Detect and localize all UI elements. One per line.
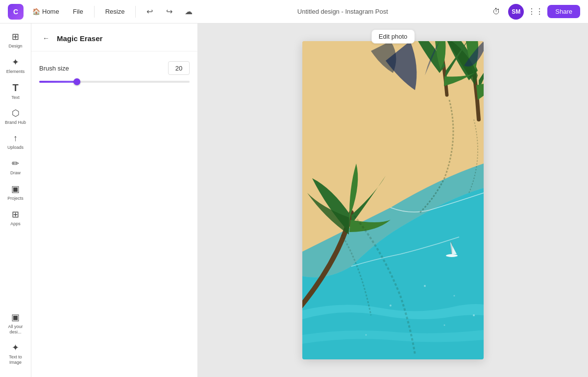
svg-point-1 <box>446 254 458 257</box>
redo-button[interactable]: ↪ <box>161 4 177 20</box>
home-button[interactable]: 🏠 Home <box>27 6 64 17</box>
brush-size-slider[interactable] <box>39 81 190 83</box>
brand-hub-icon: ⬡ <box>12 108 20 118</box>
sidebar-item-draw[interactable]: ✏ Draw <box>1 154 30 180</box>
design-title: Untitled design - Instagram Post <box>200 8 485 15</box>
undo-icon: ↩ <box>147 7 153 16</box>
sidebar-item-design[interactable]: ⊞ Design <box>1 27 30 53</box>
sidebar-item-text[interactable]: T Text <box>1 78 30 104</box>
cloud-icon: ☁ <box>185 7 193 16</box>
user-avatar[interactable]: SM <box>508 4 524 20</box>
brush-size-value[interactable]: 20 <box>168 61 190 75</box>
redo-icon: ↪ <box>166 7 172 16</box>
canvas-area: Edit photo <box>198 24 588 377</box>
menu-button[interactable]: ⋮⋮ <box>528 4 543 20</box>
sidebar-item-uploads[interactable]: ↑ Uploads <box>1 129 30 154</box>
timer-icon: ⏱ <box>492 7 500 16</box>
svg-point-5 <box>390 305 392 306</box>
svg-point-8 <box>366 334 367 336</box>
sidebar-item-brand-hub[interactable]: ⬡ Brand Hub <box>1 104 30 129</box>
elements-icon: ✦ <box>12 57 19 68</box>
undo-button[interactable]: ↩ <box>142 4 157 20</box>
timer-button[interactable]: ⏱ <box>489 4 504 20</box>
share-button[interactable]: Share <box>547 5 580 18</box>
nav-divider-1 <box>94 6 95 18</box>
nav-divider-2 <box>135 6 136 18</box>
menu-icon: ⋮⋮ <box>528 7 543 16</box>
slider-thumb[interactable] <box>74 78 80 85</box>
home-icon: 🏠 <box>32 8 40 15</box>
sidebar-item-apps[interactable]: ⊞ Apps <box>1 205 30 231</box>
sidebar-item-projects[interactable]: ▣ Projects <box>1 180 30 205</box>
text-icon: T <box>12 82 18 94</box>
sidebar-item-elements[interactable]: ✦ Elements <box>1 53 30 78</box>
file-button[interactable]: File <box>68 6 88 17</box>
sidebar-item-all-designs[interactable]: ▣ All your desi... <box>1 308 30 339</box>
top-navigation: C 🏠 Home File Resize ↩ ↪ ☁ Untitled desi… <box>0 0 588 24</box>
canvas-image[interactable] <box>302 41 484 359</box>
sidebar-item-text-to-image[interactable]: ✦ Text to Image <box>1 338 30 369</box>
uploads-icon: ↑ <box>13 133 18 143</box>
svg-point-4 <box>454 295 455 297</box>
apps-icon: ⊞ <box>12 209 19 220</box>
cloud-save-button[interactable]: ☁ <box>181 4 196 20</box>
beach-svg <box>302 41 484 359</box>
back-arrow-icon: ← <box>43 34 49 42</box>
brush-size-label: Brush size <box>39 65 69 72</box>
svg-point-3 <box>424 285 426 287</box>
nav-actions: ⏱ SM ⋮⋮ Share <box>489 4 580 20</box>
svg-point-7 <box>473 314 475 316</box>
main-area: ⊞ Design ✦ Elements T Text ⬡ Brand Hub ↑… <box>0 24 588 377</box>
draw-icon: ✏ <box>12 158 19 169</box>
design-icon: ⊞ <box>12 31 19 42</box>
panel-title: Magic Eraser <box>57 34 102 43</box>
text-to-image-icon: ✦ <box>12 342 19 353</box>
edit-photo-button[interactable]: Edit photo <box>371 29 415 44</box>
panel-back-button[interactable]: ← <box>39 31 53 45</box>
sidebar-bottom: ▣ All your desi... ✦ Text to Image <box>1 308 30 373</box>
magic-eraser-panel: ← Magic Eraser Brush size 20 <box>31 24 198 377</box>
slider-track <box>39 81 190 83</box>
all-designs-icon: ▣ <box>11 312 20 323</box>
projects-icon: ▣ <box>11 184 20 194</box>
panel-body: Brush size 20 <box>31 51 197 377</box>
left-sidebar: ⊞ Design ✦ Elements T Text ⬡ Brand Hub ↑… <box>0 24 31 377</box>
brush-size-row: Brush size 20 <box>39 61 190 75</box>
panel-header: ← Magic Eraser <box>31 24 197 51</box>
slider-fill <box>39 81 77 83</box>
canva-logo[interactable]: C <box>8 4 24 20</box>
resize-button[interactable]: Resize <box>100 6 130 17</box>
svg-point-6 <box>444 325 445 326</box>
